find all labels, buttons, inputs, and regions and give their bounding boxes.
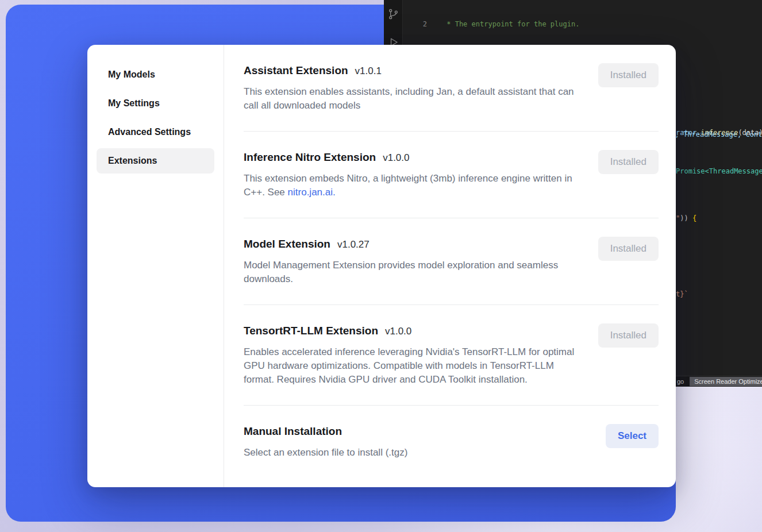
code-text: { [692, 214, 696, 222]
extension-heading: Inference Nitro Extensionv1.0.0 [244, 150, 578, 165]
extension-description: This extension enables assistants, inclu… [244, 85, 576, 113]
extension-info: Model Extensionv1.0.27 Model Management … [244, 237, 598, 286]
extension-row-tensorrt: TensortRT-LLM Extensionv1.0.0 Enables ac… [244, 305, 659, 406]
select-file-button[interactable]: Select [606, 424, 659, 448]
extension-row-model: Model Extensionv1.0.27 Model Management … [244, 218, 659, 305]
extension-row-assistant: Assistant Extensionv1.0.1 This extension… [244, 45, 659, 132]
code-text: (data)); [738, 129, 762, 137]
code-text: * The entrypoint for the plugin. [442, 20, 579, 29]
code-fragment: t}` [676, 290, 688, 299]
code-text: rator. [676, 129, 701, 137]
extension-description: This extension embeds Nitro, a lightweig… [244, 172, 576, 199]
status-bar-item[interactable]: go [677, 378, 684, 385]
sidebar-item-advanced-settings[interactable]: Advanced Settings [97, 119, 214, 145]
extension-version: v1.0.1 [355, 65, 382, 76]
manual-installation-title: Manual Installation [244, 425, 342, 437]
extension-heading: Assistant Extensionv1.0.1 [244, 63, 578, 78]
extension-version: v1.0.0 [383, 152, 409, 163]
screen-reader-status-item[interactable]: Screen Reader Optimized [690, 377, 762, 386]
code-line: 2 * The entrypoint for the plugin. [403, 20, 762, 29]
extension-heading: Model Extensionv1.0.27 [244, 237, 578, 252]
line-number: 2 [403, 20, 427, 29]
code-text: )) [680, 214, 692, 222]
extension-name: Model Extension [244, 238, 330, 250]
source-control-icon[interactable] [387, 8, 399, 22]
installed-button[interactable]: Installed [598, 63, 659, 87]
extension-info: Inference Nitro Extensionv1.0.0 This ext… [244, 150, 598, 199]
extension-name: TensortRT-LLM Extension [244, 325, 378, 337]
sidebar-item-my-models[interactable]: My Models [97, 62, 214, 87]
extension-info: Assistant Extensionv1.0.1 This extension… [244, 63, 598, 113]
extension-row-nitro: Inference Nitro Extensionv1.0.0 This ext… [244, 132, 659, 218]
code-fragment: rator.inference(data)); [676, 128, 762, 137]
installed-button[interactable]: Installed [598, 323, 659, 348]
installed-button[interactable]: Installed [598, 237, 659, 261]
manual-installation-description: Select an extension file to install (.tg… [244, 446, 576, 460]
extension-name: Inference Nitro Extension [244, 151, 376, 163]
extension-info: TensortRT-LLM Extensionv1.0.0 Enables ac… [244, 323, 598, 387]
nitro-jan-ai-link[interactable]: nitro.jan.ai. [288, 187, 336, 198]
code-text: inference [701, 129, 738, 137]
extension-name: Assistant Extension [244, 64, 348, 76]
sidebar-item-my-settings[interactable]: My Settings [97, 91, 214, 116]
settings-modal: My Models My Settings Advanced Settings … [87, 45, 676, 487]
extension-version: v1.0.27 [337, 239, 370, 250]
desktop-background: 2 * The entrypoint for the plugin. 3 */ … [0, 0, 762, 532]
installed-button[interactable]: Installed [598, 150, 659, 174]
code-text: Promise<ThreadMessage> [676, 167, 762, 175]
extension-version: v1.0.0 [385, 326, 411, 337]
extension-description: Model Management Extension provides mode… [244, 259, 576, 286]
code-fragment: Promise<ThreadMessage> [676, 167, 762, 176]
sidebar-item-extensions[interactable]: Extensions [97, 148, 214, 174]
extensions-panel: Assistant Extensionv1.0.1 This extension… [224, 45, 676, 487]
extension-info: Manual Installation Select an extension … [244, 424, 606, 460]
code-fragment: ")) { [676, 214, 696, 223]
manual-installation-row: Manual Installation Select an extension … [244, 406, 659, 476]
extension-heading: Manual Installation [244, 424, 585, 439]
extension-description: Enables accelerated inference leveraging… [244, 345, 576, 387]
extension-heading: TensortRT-LLM Extensionv1.0.0 [244, 323, 578, 338]
settings-sidebar: My Models My Settings Advanced Settings … [87, 45, 224, 487]
code-text: t}` [676, 290, 688, 298]
